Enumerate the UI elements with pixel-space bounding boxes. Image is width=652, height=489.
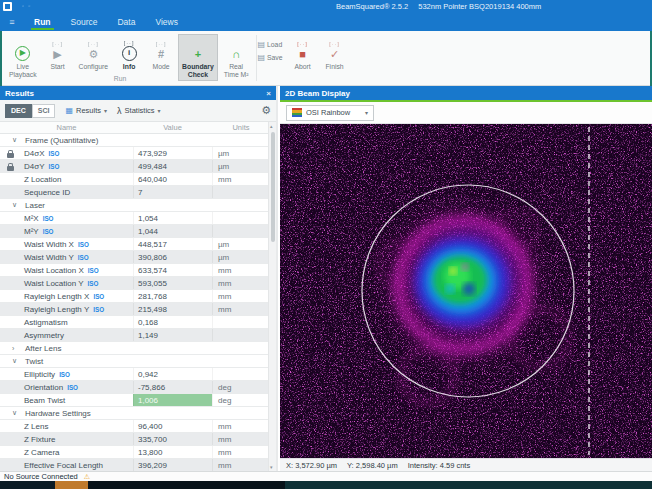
real-time-m2-icon: ∩ [232, 36, 240, 61]
iso-tag: ISO [49, 150, 60, 157]
chevron-down-icon: ∨ [12, 136, 21, 144]
table-row[interactable]: OrientationISO-75,866deg [0, 381, 270, 394]
finish-button[interactable]: [··]✓Finish [320, 34, 350, 74]
sci-format-button[interactable]: SCI [32, 104, 56, 118]
start-icon: [··]▶ [52, 36, 63, 61]
table-row[interactable]: Z Camera13,800mm [0, 446, 270, 459]
table-row[interactable]: Rayleigh Length XISO281,768mm [0, 290, 270, 303]
table-row[interactable]: Asymmetry1,149 [0, 329, 270, 342]
beam-image [280, 124, 652, 458]
hamburger-icon[interactable]: ≡ [0, 17, 24, 27]
beam-canvas[interactable] [280, 124, 652, 458]
table-row[interactable]: Z Fixture335,700mm [0, 433, 270, 446]
results-toolbar: DEC SCI ▦ Results ▾ λ Statistics ▾ ⚙ [0, 100, 276, 122]
mode-icon: [··]# [156, 36, 167, 61]
iso-tag: ISO [43, 228, 54, 235]
iso-tag: ISO [88, 267, 99, 274]
ribbon-buttons: ▶LivePlayback[··]▶Start[··]⚙Configure[··… [5, 34, 350, 81]
menu-item-views[interactable]: Views [145, 13, 188, 31]
scrollbar-thumb[interactable] [271, 132, 275, 242]
table-row[interactable]: D4σYISO499,484µm [0, 160, 270, 173]
section-header-hardware-settings[interactable]: ∨Hardware Settings [0, 407, 270, 420]
table-row[interactable]: Beam Twist1,006deg [0, 394, 270, 407]
beam-display-panel: 2D Beam Display OSI Rainbow ▾ [280, 86, 652, 471]
column-header-value: Value [133, 123, 212, 132]
table-row[interactable]: Waist Width XISO448,517µm [0, 238, 270, 251]
section-header-frame-quantitative-[interactable]: ∨Frame (Quantitative) [0, 134, 270, 147]
scroll-down-icon[interactable]: ▾ [270, 464, 273, 470]
app-version: BeamSquared® 2.5.2 [336, 2, 408, 11]
app-status-bar: No Source Connected ⚠ [0, 471, 652, 481]
beam-panel-header: 2D Beam Display [280, 86, 652, 100]
configure-button[interactable]: [··]⚙Configure [75, 34, 112, 74]
close-icon[interactable]: × [266, 89, 271, 98]
iso-tag: ISO [49, 163, 60, 170]
abort-button[interactable]: [··]■Abort [288, 34, 318, 74]
results-column-headers: Name Value Units [0, 122, 276, 134]
iso-tag: ISO [88, 280, 99, 287]
iso-tag: ISO [43, 215, 54, 222]
menu-item-source[interactable]: Source [61, 13, 108, 31]
cursor-x: X: 3,572.90 µm [286, 461, 337, 470]
ribbon: ▶LivePlayback[··]▶Start[··]⚙Configure[··… [0, 31, 652, 86]
save-button[interactable]: ▤Save [257, 53, 282, 62]
save-icon: ▤ [257, 53, 265, 62]
scroll-up-icon[interactable]: ▴ [270, 123, 273, 129]
chevron-down-icon: ▾ [104, 107, 107, 114]
palette-selector[interactable]: OSI Rainbow ▾ [286, 105, 374, 121]
results-panel: Results × DEC SCI ▦ Results ▾ λ Statisti… [0, 86, 278, 471]
menu-item-run[interactable]: Run [24, 13, 61, 31]
mode-button[interactable]: [··]#Mode [146, 34, 176, 74]
iso-tag: ISO [78, 254, 89, 261]
section-header-after-lens[interactable]: ›After Lens [0, 342, 270, 355]
boundary-check-icon: + [195, 36, 201, 61]
file-buttons: ▤Load▤Save [257, 40, 282, 62]
iso-tag: ISO [93, 293, 104, 300]
app-icon [3, 2, 12, 11]
table-row[interactable]: Astigmatism0,168 [0, 316, 270, 329]
section-header-laser[interactable]: ∨Laser [0, 199, 270, 212]
real-time-m2-button[interactable]: ∩RealTime M² [220, 34, 253, 81]
chevron-right-icon: › [12, 345, 21, 352]
lambda-icon: λ [117, 106, 122, 116]
statistics-dropdown[interactable]: λ Statistics ▾ [117, 106, 161, 116]
title-bar: ◦◦ BeamSquared® 2.5.2532nm Pointer BSQ20… [0, 0, 652, 13]
beam-toolbar: OSI Rainbow ▾ [280, 102, 652, 124]
table-row[interactable]: Waist Location XISO633,574mm [0, 264, 270, 277]
results-scrollbar[interactable]: ▴ ▾ [268, 122, 276, 471]
beam-cursor-status: X: 3,572.90 µm Y: 2,598.40 µm Intensity:… [280, 458, 652, 471]
table-row[interactable]: Sequence ID7 [0, 186, 270, 199]
table-row[interactable]: Z Location640,040mm [0, 173, 270, 186]
iso-tag: ISO [59, 371, 70, 378]
chevron-down-icon: ∨ [12, 357, 21, 365]
ribbon-separator [256, 35, 257, 81]
start-button[interactable]: [··]▶Start [43, 34, 73, 74]
table-row[interactable]: Z Lens96,400mm [0, 420, 270, 433]
taskbar-strip [0, 481, 652, 489]
dec-format-button[interactable]: DEC [5, 104, 32, 118]
table-row[interactable]: Waist Width YISO390,806µm [0, 251, 270, 264]
menu-item-data[interactable]: Data [107, 13, 145, 31]
iso-tag: ISO [78, 241, 89, 248]
table-row[interactable]: Waist Location YISO593,055mm [0, 277, 270, 290]
table-row[interactable]: EllipticityISO0,942 [0, 368, 270, 381]
results-dropdown[interactable]: ▦ Results ▾ [65, 106, 107, 115]
table-row[interactable]: Rayleigh Length YISO215,498mm [0, 303, 270, 316]
table-row[interactable]: M²YISO1,044 [0, 225, 270, 238]
quick-access-icons: ◦◦ [22, 2, 35, 9]
gear-icon[interactable]: ⚙ [261, 105, 271, 116]
table-row[interactable]: Effective Focal Length396,209mm [0, 459, 270, 471]
info-button[interactable]: [··]iInfo [114, 34, 144, 74]
table-row[interactable]: D4σXISO473,929µm [0, 147, 270, 160]
beam-panel-title: 2D Beam Display [285, 89, 350, 98]
section-header-twist[interactable]: ∨Twist [0, 355, 270, 368]
chevron-down-icon: ▾ [365, 109, 368, 116]
rainbow-palette-icon [292, 108, 302, 117]
boundary-check-button[interactable]: +BoundaryCheck [178, 34, 218, 81]
load-button[interactable]: ▤Load [257, 40, 282, 49]
column-header-units: Units [212, 123, 270, 132]
table-row[interactable]: M²XISO1,054 [0, 212, 270, 225]
live-playback-button[interactable]: ▶LivePlayback [5, 34, 41, 81]
finish-icon: [··]✓ [329, 36, 340, 61]
results-panel-header: Results × [0, 86, 276, 100]
